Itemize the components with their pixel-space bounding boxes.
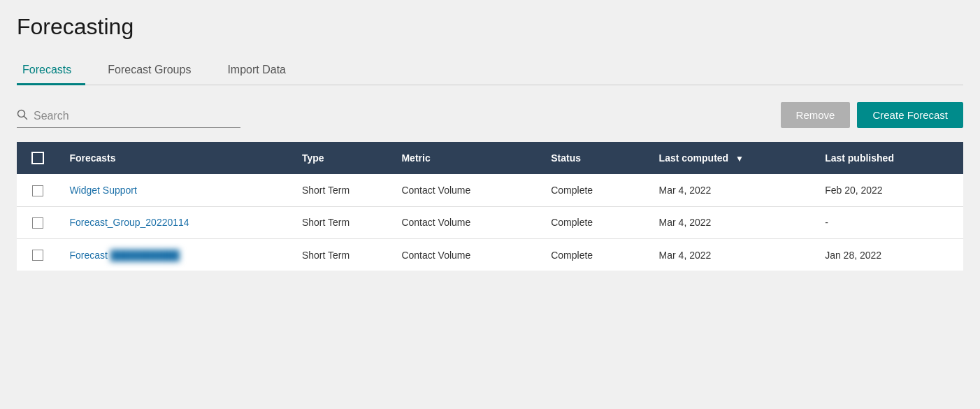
row2-status: Complete xyxy=(540,206,647,238)
row2-last-computed: Mar 4, 2022 xyxy=(648,206,814,238)
row1-last-computed: Mar 4, 2022 xyxy=(648,174,814,206)
table-row: Forecast ██████████ Short Term Contact V… xyxy=(17,238,963,271)
row2-type: Short Term xyxy=(291,206,391,238)
search-input[interactable] xyxy=(34,110,240,122)
row2-forecast-link[interactable]: Forecast_Group_20220114 xyxy=(69,217,189,228)
tab-import-data[interactable]: Import Data xyxy=(222,57,300,85)
tab-forecast-groups[interactable]: Forecast Groups xyxy=(102,57,205,85)
row1-last-published: Feb 20, 2022 xyxy=(814,174,963,206)
svg-line-1 xyxy=(24,117,27,120)
search-container xyxy=(17,109,240,128)
row2-last-published: - xyxy=(814,206,963,238)
select-all-checkbox[interactable] xyxy=(31,152,44,164)
row1-metric: Contact Volume xyxy=(390,174,540,206)
row1-forecast-link[interactable]: Widget Support xyxy=(69,185,137,196)
th-last-published: Last published xyxy=(814,142,963,174)
th-last-computed[interactable]: Last computed ▼ xyxy=(648,142,814,174)
th-checkbox xyxy=(17,142,58,174)
row1-type: Short Term xyxy=(291,174,391,206)
th-type: Type xyxy=(291,142,391,174)
page-container: Forecasting Forecasts Forecast Groups Im… xyxy=(0,0,980,409)
row1-status: Complete xyxy=(540,174,647,206)
remove-button[interactable]: Remove xyxy=(781,102,851,128)
row2-metric: Contact Volume xyxy=(390,206,540,238)
row3-checkbox-cell xyxy=(17,238,58,271)
th-metric: Metric xyxy=(390,142,540,174)
row3-checkbox[interactable] xyxy=(32,250,43,261)
row3-type: Short Term xyxy=(291,238,391,271)
row3-forecast: Forecast ██████████ xyxy=(58,238,291,271)
row3-status: Complete xyxy=(540,238,647,271)
search-icon xyxy=(17,109,28,123)
row3-forecast-blurred: ██████████ xyxy=(108,250,180,261)
row3-last-computed: Mar 4, 2022 xyxy=(648,238,814,271)
toolbar: Remove Create Forecast xyxy=(17,102,963,128)
table-row: Widget Support Short Term Contact Volume… xyxy=(17,174,963,206)
row1-checkbox[interactable] xyxy=(32,185,43,196)
tabs-container: Forecasts Forecast Groups Import Data xyxy=(17,57,963,85)
forecasts-table: Forecasts Type Metric Status Last comput… xyxy=(17,142,963,271)
table-header-row: Forecasts Type Metric Status Last comput… xyxy=(17,142,963,174)
row3-metric: Contact Volume xyxy=(390,238,540,271)
sort-icon: ▼ xyxy=(735,154,744,164)
page-title: Forecasting xyxy=(17,14,963,40)
row2-checkbox-cell xyxy=(17,206,58,238)
row2-forecast: Forecast_Group_20220114 xyxy=(58,206,291,238)
row3-last-published: Jan 28, 2022 xyxy=(814,238,963,271)
row1-forecast: Widget Support xyxy=(58,174,291,206)
th-forecasts: Forecasts xyxy=(58,142,291,174)
table-row: Forecast_Group_20220114 Short Term Conta… xyxy=(17,206,963,238)
toolbar-buttons: Remove Create Forecast xyxy=(781,102,963,128)
row2-checkbox[interactable] xyxy=(32,217,43,229)
tab-forecasts[interactable]: Forecasts xyxy=(17,57,85,85)
create-forecast-button[interactable]: Create Forecast xyxy=(857,102,963,128)
th-status: Status xyxy=(540,142,647,174)
row1-checkbox-cell xyxy=(17,174,58,206)
row3-forecast-link[interactable]: Forecast ██████████ xyxy=(69,250,180,261)
